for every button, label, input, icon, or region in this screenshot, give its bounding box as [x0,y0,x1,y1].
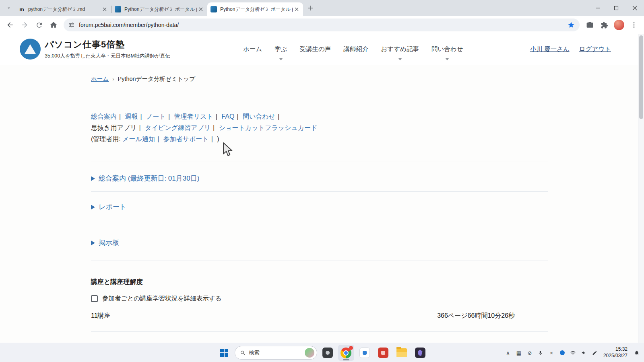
link-weekly-report[interactable]: 週報 [125,113,138,120]
volume-icon[interactable] [580,347,588,358]
taskbar-clock[interactable]: 15:32 2025/03/27 [603,346,627,359]
hidden-icons-chevron[interactable]: ∧ [504,347,512,358]
microphone-icon[interactable] [537,347,545,358]
tray-close-icon[interactable]: × [547,347,555,358]
main-nav: ホーム 学ぶ 受講生の声 講師紹介 おすすめ記事 問い合わせ [242,34,464,65]
link-admin-list[interactable]: 管理者リスト [174,113,213,120]
user-name-link[interactable]: 小川 慶一さん [530,45,570,53]
user-links: 小川 慶一さん ログアウト [530,34,611,65]
section-label: レポート [99,202,126,212]
search-highlight-image[interactable] [305,348,314,358]
course-detail-checkbox-label[interactable]: 参加者ごとの講座学習状況を詳細表示する [102,294,222,303]
app-icon-red[interactable] [375,345,391,361]
address-bar[interactable]: forum.pc5bai.com/member/python-data/ [64,19,580,31]
breadcrumb-separator: › [112,76,114,82]
wifi-icon[interactable] [569,347,577,358]
separator: | [138,113,144,120]
home-button[interactable] [47,18,60,32]
browser-tab-strip: m pythonデータ分析ゼミ.md Pythonデータ分析ゼミ ポータルトッ … [0,0,644,16]
app-icon-dark[interactable] [320,345,336,361]
site-logo-icon [20,39,41,60]
link-shortcut-flashcards[interactable]: ショートカットフラッシュカード [219,124,318,131]
tab-close-icon[interactable] [197,6,204,13]
camera-extension-icon[interactable] [583,18,597,32]
notification-bell-icon[interactable] [633,347,641,358]
chevron-down-icon [279,58,283,60]
course-detail-checkbox-row: 参加者ごとの講座学習状況を詳細表示する [91,294,548,303]
scrollbar-thumb[interactable] [639,35,643,119]
link-general-info[interactable]: 総合案内 [91,113,117,120]
tab-close-icon[interactable] [293,6,300,13]
break-apps-label: 息抜き用アプリ [91,124,137,131]
tray-grid-icon[interactable]: ▦ [515,347,523,358]
nav-item-contact[interactable]: 問い合わせ [431,43,464,55]
new-tab-button[interactable] [305,2,316,14]
link-contact[interactable]: 問い合わせ [243,113,275,120]
nav-item-home[interactable]: ホーム [242,43,263,55]
site-info-icon[interactable] [68,22,75,28]
separator: | [117,113,123,120]
expand-triangle-icon [91,205,95,210]
page-viewport: パソコン仕事5倍塾 35,000人を指導した東大卒・元日本IBM社内講師が直伝 … [0,34,644,343]
tab-close-icon[interactable] [101,6,108,13]
site-logo-block[interactable]: パソコン仕事5倍塾 35,000人を指導した東大卒・元日本IBM社内講師が直伝 [20,39,170,60]
tab-title: Pythonデータ分析ゼミ ポータルトッ [124,6,197,13]
tray-blue-dot-icon[interactable] [558,347,566,358]
taskbar-search[interactable]: 検索 [235,346,317,360]
back-icon [6,21,14,29]
nav-item-instructors[interactable]: 講師紹介 [343,43,369,55]
link-notes[interactable]: ノート [146,113,166,120]
separator: | [211,124,217,131]
tray-blocked-icon[interactable]: ⊘ [526,347,534,358]
breadcrumb-home-link[interactable]: ホーム [91,75,109,83]
course-detail-checkbox[interactable] [91,295,98,302]
url-text[interactable]: forum.pc5bai.com/member/python-data/ [79,22,564,28]
extensions-puzzle-icon[interactable] [597,18,611,32]
course-section-heading: 講座と講座理解度 [91,278,548,286]
link-participant-support[interactable]: 参加者サポート [163,136,209,142]
link-typing-app[interactable]: タイピング練習アプリ [145,124,211,131]
tab-title: pythonデータ分析ゼミ.md [28,6,101,13]
pen-icon[interactable] [591,347,599,358]
app-icon-light[interactable] [357,345,373,361]
section-bulletin-board[interactable]: 掲示板 [91,238,548,247]
page-scrollbar[interactable] [638,34,644,343]
link-mail-notification[interactable]: メール通知 [122,136,155,142]
profile-avatar[interactable] [614,20,624,30]
browser-tab-portal-1[interactable]: Pythonデータ分析ゼミ ポータルトッ [111,2,207,16]
site-subtitle: 35,000人を指導した東大卒・元日本IBM社内講師が直伝 [45,53,170,60]
window-close-button[interactable] [625,0,644,16]
three-dots-icon [630,21,638,29]
bookmark-star-icon[interactable] [568,21,575,29]
start-button[interactable] [216,345,232,361]
nav-item-recommended[interactable]: おすすめ記事 [380,43,419,55]
browser-toolbar: forum.pc5bai.com/member/python-data/ [0,16,644,34]
forward-button[interactable] [18,18,31,32]
nav-item-student-voices[interactable]: 受講生の声 [299,43,332,55]
section-general-info[interactable]: 総合案内 (最終更新日: 01月30日) [91,174,548,183]
chrome-taskbar-icon[interactable] [338,345,354,361]
browser-menu-button[interactable] [627,18,641,32]
maximize-icon [614,6,619,10]
window-controls [588,0,644,16]
window-maximize-button[interactable] [607,0,625,16]
nav-item-learn[interactable]: 学ぶ [274,43,288,55]
link-faq[interactable]: FAQ [221,113,234,120]
section-label: 総合案内 (最終更新日: 01月30日) [99,174,199,183]
tab-search-button[interactable] [3,2,14,14]
reload-button[interactable] [32,18,46,32]
separator: | [275,113,282,120]
section-report[interactable]: レポート [91,202,548,212]
course-total-duration: 366ページ66時間10分26秒 [437,312,515,320]
browser-tab-portal-2-active[interactable]: Pythonデータ分析ゼミ ポータルトッ [207,2,303,16]
nav-label: 学ぶ [275,45,287,52]
obsidian-icon[interactable] [412,345,428,361]
notification-badge [349,346,353,350]
separator: | [209,136,215,142]
file-explorer-icon[interactable] [394,345,410,361]
browser-tab-markdown[interactable]: m pythonデータ分析ゼミ.md [15,2,111,16]
back-button[interactable] [3,18,17,32]
window-minimize-button[interactable] [588,0,607,16]
divider [91,225,548,225]
logout-link[interactable]: ログアウト [579,45,611,53]
